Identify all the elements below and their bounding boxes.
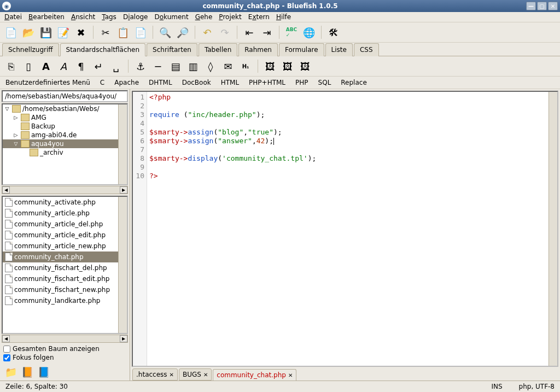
menu-ansicht[interactable]: Ansicht xyxy=(71,13,95,21)
menu-apache[interactable]: Apache xyxy=(114,79,139,86)
break-icon[interactable]: ↵ xyxy=(91,58,106,74)
doc-tab[interactable]: BUGS✕ xyxy=(179,368,212,381)
tree-item[interactable]: ▷AMG xyxy=(3,113,118,122)
spellcheck-icon[interactable]: ABC✓ xyxy=(284,25,299,40)
image-icon[interactable]: 🖼 xyxy=(262,58,278,74)
outdent-icon[interactable]: ⇥ xyxy=(259,25,275,40)
sidebar-reference-icon[interactable]: 📘 xyxy=(36,364,51,379)
close-tab-icon[interactable]: ✕ xyxy=(288,372,293,378)
heading-icon[interactable]: H₁ xyxy=(238,58,253,74)
check-follow-focus[interactable]: Fokus folgen xyxy=(3,353,126,362)
menu-dialoge[interactable]: Dialoge xyxy=(123,13,148,21)
right-icon[interactable]: ▥ xyxy=(185,58,201,74)
editor-scrollbar[interactable] xyxy=(549,92,557,366)
menu-extern[interactable]: Extern xyxy=(248,13,270,21)
menu-gehe[interactable]: Gehe xyxy=(195,13,213,21)
tab-formulare[interactable]: Formulare xyxy=(279,43,324,56)
anchor-icon[interactable]: ⚓ xyxy=(133,58,148,74)
copy-icon[interactable]: 📋 xyxy=(115,25,131,40)
close-file-icon[interactable]: ✖ xyxy=(73,25,89,40)
menu-dokument[interactable]: Dokument xyxy=(155,13,189,21)
code-editor[interactable]: <?php require ("inc/header.php"); $smart… xyxy=(147,92,549,366)
doc-tab[interactable]: .htaccess✕ xyxy=(132,368,178,381)
paragraph-icon[interactable]: ¶ xyxy=(73,58,89,74)
file-item[interactable]: community_landkarte.php xyxy=(3,295,118,306)
replace-icon[interactable]: 🔎 xyxy=(175,25,190,40)
minimize-button[interactable]: — xyxy=(526,2,536,10)
close-tab-icon[interactable]: ✕ xyxy=(170,372,174,378)
maximize-button[interactable]: ▢ xyxy=(537,2,547,10)
menu-datei[interactable]: Datei xyxy=(4,13,22,21)
check-whole-tree[interactable]: Gesamten Baum anzeigen xyxy=(3,344,126,353)
undo-icon[interactable]: ↶ xyxy=(200,25,215,40)
tab-schriftarten[interactable]: Schriftarten xyxy=(147,43,197,56)
quickstart-icon[interactable]: ⎘ xyxy=(3,58,19,74)
menu-hilfe[interactable]: Hilfe xyxy=(276,13,291,21)
sidebar-files-icon[interactable]: 📁 xyxy=(3,364,19,379)
tree-item[interactable]: Backup xyxy=(3,122,118,131)
tree-item[interactable]: ▷amg-abi04.de xyxy=(3,131,118,139)
email-icon[interactable]: ✉ xyxy=(220,58,236,74)
tab-standardschaltflaechen[interactable]: Standardschaltflächen xyxy=(60,43,146,56)
bold-icon[interactable]: A xyxy=(38,58,54,74)
new-file-icon[interactable]: 📄 xyxy=(3,25,19,40)
path-input[interactable]: /home/sebastian/Webs/aqua4you/ xyxy=(2,90,128,102)
file-item[interactable]: community_article_new.php xyxy=(3,241,118,251)
hr-icon[interactable]: ─ xyxy=(150,58,166,74)
tree-item[interactable]: ▽/home/sebastian/Webs/ xyxy=(3,104,118,113)
preferences-icon[interactable]: 🛠 xyxy=(326,25,341,40)
cut-icon[interactable]: ✂ xyxy=(98,25,113,40)
close-button[interactable]: ✕ xyxy=(548,2,558,10)
menu-c[interactable]: C xyxy=(100,79,104,86)
menu-dhtml[interactable]: DHTML xyxy=(149,79,172,86)
menu-replace[interactable]: Replace xyxy=(341,79,366,86)
indent-icon[interactable]: ⇤ xyxy=(242,25,257,40)
browser-icon[interactable]: 🌐 xyxy=(301,25,317,40)
italic-icon[interactable]: A xyxy=(56,58,71,74)
menu-sql[interactable]: SQL xyxy=(318,79,331,86)
tree-scrollbar[interactable] xyxy=(118,104,127,184)
menu-tags[interactable]: Tags xyxy=(102,13,116,21)
tab-css[interactable]: CSS xyxy=(354,43,379,56)
find-icon[interactable]: 🔍 xyxy=(158,25,173,40)
menu-php[interactable]: PHP xyxy=(295,79,308,86)
menu-bearbeiten[interactable]: Bearbeiten xyxy=(28,13,65,21)
tab-schnellzugriff[interactable]: Schnellzugriff xyxy=(2,43,59,56)
sidebar-bookmarks-icon[interactable]: 📙 xyxy=(20,364,35,379)
menu-html[interactable]: HTML xyxy=(221,79,239,86)
menu-phphtml[interactable]: PHP+HTML xyxy=(249,79,285,86)
paste-icon[interactable]: 📄 xyxy=(133,25,148,40)
close-tab-icon[interactable]: ✕ xyxy=(203,372,208,378)
menu-projekt[interactable]: Projekt xyxy=(219,13,241,21)
redo-icon[interactable]: ↷ xyxy=(217,25,232,40)
file-item[interactable]: community_article_edit.php xyxy=(3,230,118,241)
tab-rahmen[interactable]: Rahmen xyxy=(238,43,278,56)
menu-custom[interactable]: Benutzerdefiniertes Menü xyxy=(5,79,90,86)
sidebar: /home/sebastian/Webs/aqua4you/ ▽/home/se… xyxy=(0,89,130,381)
nbsp-icon[interactable]: ␣ xyxy=(108,58,124,74)
file-item[interactable]: community_fischart_new.php xyxy=(3,284,118,295)
doc-tab[interactable]: community_chat.php✕ xyxy=(213,369,296,381)
multi-thumbnail-icon[interactable]: 🖼 xyxy=(298,58,313,74)
save-as-icon[interactable]: 📝 xyxy=(56,25,71,40)
thumbnail-icon[interactable]: 🖼 xyxy=(280,58,295,74)
file-item[interactable]: community_activate.php xyxy=(3,197,118,208)
open-file-icon[interactable]: 📂 xyxy=(21,25,36,40)
filelist-scrollbar[interactable] xyxy=(118,197,127,333)
comment-icon[interactable]: ◊ xyxy=(203,58,218,74)
file-item[interactable]: community_chat.php xyxy=(3,251,118,262)
tree-item[interactable]: ▽aqua4you xyxy=(3,139,118,148)
tab-liste[interactable]: Liste xyxy=(325,43,353,56)
center-icon[interactable]: ▤ xyxy=(168,58,183,74)
filelist-hscroll[interactable]: ◀▶ xyxy=(2,335,128,343)
tree-item[interactable]: _archiv xyxy=(3,148,118,157)
file-item[interactable]: community_fischart_edit.php xyxy=(3,273,118,284)
body-icon[interactable]: ▯ xyxy=(21,58,36,74)
file-item[interactable]: community_article_del.php xyxy=(3,219,118,230)
save-icon[interactable]: 💾 xyxy=(38,25,54,40)
tree-hscroll[interactable]: ◀▶ xyxy=(2,186,128,194)
tab-tabellen[interactable]: Tabellen xyxy=(199,43,237,56)
file-item[interactable]: community_fischart_del.php xyxy=(3,262,118,273)
menu-docbook[interactable]: DocBook xyxy=(182,79,211,86)
file-item[interactable]: community_article.php xyxy=(3,208,118,219)
